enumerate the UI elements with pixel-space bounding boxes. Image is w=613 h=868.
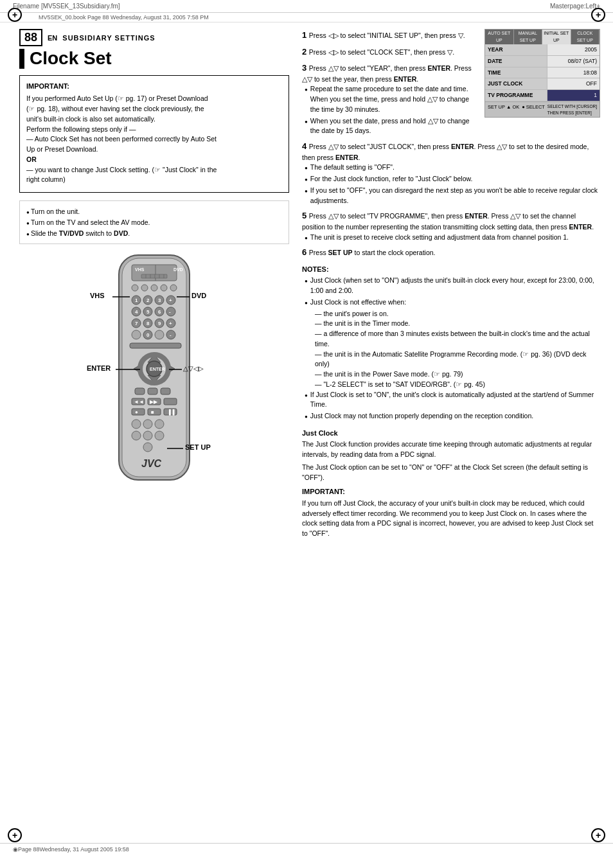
svg-text:●: ● [135, 409, 138, 415]
step-4: 4 Press △▽ to select "JUST CLOCK", then … [302, 140, 600, 206]
step-5-bullet-1: ● The unit is preset to receive clock se… [302, 233, 600, 243]
menu-row-tv-prog: TV PROGRAMME 1 [485, 90, 600, 102]
svg-point-75 [143, 443, 152, 452]
prereq-item-3: Slide the TV/DVD switch to DVD. [26, 228, 282, 239]
step-4-bullet-3: ● If you set to "OFF", you can disregard… [302, 186, 600, 206]
svg-text:SET UP: SET UP [185, 443, 211, 451]
svg-text:9: 9 [158, 321, 161, 326]
menu-row-just-clock: JUST CLOCK OFF [485, 78, 600, 90]
svg-point-41 [132, 330, 141, 339]
svg-text:ENTER: ENTER [150, 367, 165, 371]
remote-area: VHS DVD [19, 252, 289, 496]
page-heading: 88 EN SUBSIDIARY SETTINGS [19, 29, 289, 46]
prereq-item-1: Turn on the unit. [26, 206, 282, 217]
svg-rect-65 [148, 409, 161, 415]
step-1-text: Press ◁▷ to select "INITIAL SET UP", the… [309, 31, 465, 39]
note-2: ● Just Clock is not effective when: [302, 297, 600, 308]
menu-footer-setup: SET UP ▲ OK [488, 103, 519, 116]
step-4-bullet-2: ● For the Just clock function, refer to … [302, 174, 600, 184]
prereq-list: Turn on the unit. Turn on the TV and sel… [19, 200, 289, 244]
notes-title: NOTES: [302, 264, 600, 275]
svg-point-13 [141, 285, 148, 291]
prereq-item-2: Turn on the TV and select the AV mode. [26, 217, 282, 228]
step-6-num: 6 [302, 247, 309, 257]
step-5-text: Press △▽ to select "TV PROGRAMME", then … [302, 212, 594, 231]
lang-label: EN [48, 34, 57, 42]
page-title: Clock Set [19, 49, 289, 69]
svg-text:+: + [169, 321, 172, 326]
menu-tabs: AUTO SET UP MANUAL SET UP INITIAL SET UP… [485, 30, 600, 44]
svg-text:ENTER: ENTER [87, 364, 111, 372]
svg-rect-47 [130, 343, 181, 348]
sub-header-line: MV5SEK_00.book Page 88 Wednesday, August… [0, 13, 613, 22]
reg-mark-tl [8, 8, 22, 22]
step-5: 5 Press △▽ to select "TV PROGRAMME", the… [302, 209, 600, 242]
just-clock-body-1: The Just Clock function provides accurat… [302, 439, 600, 460]
menu-row-time: TIME 18:08 [485, 67, 600, 79]
svg-point-44 [155, 330, 164, 339]
menu-table: AUTO SET UP MANUAL SET UP INITIAL SET UP… [484, 29, 600, 118]
svg-point-15 [161, 285, 167, 291]
svg-text:4: 4 [135, 309, 138, 315]
menu-row-year: YEAR 2005 [485, 44, 600, 56]
section-title: SUBSIDIARY SETTINGS [62, 34, 155, 42]
step-1-num: 1 [302, 30, 309, 40]
svg-text:2: 2 [147, 297, 150, 303]
svg-point-72 [132, 431, 141, 440]
svg-point-70 [143, 420, 152, 429]
masterpage-label: Masterpage:Left+ [550, 3, 600, 10]
svg-point-16 [170, 285, 177, 291]
important2-title: IMPORTANT: [302, 486, 600, 497]
tab-clock-set-up: CLOCK SET UP [571, 30, 600, 44]
menu-footer: SET UP ▲ OK ● SELECT SELECT WITH [CURSOR… [485, 102, 600, 118]
menu-row-date: DATE 08/07 (SAT) [485, 56, 600, 67]
menu-footer-select: ● SELECT [522, 103, 545, 116]
svg-text:DVD: DVD [191, 292, 206, 299]
svg-text:6: 6 [158, 309, 161, 315]
svg-rect-63 [132, 409, 145, 415]
note-2a: — the unit's power is on. [315, 309, 600, 319]
svg-text:-: - [169, 309, 171, 315]
svg-point-69 [132, 420, 141, 429]
step-4-num: 4 [302, 141, 309, 151]
tab-auto-set-up: AUTO SET UP [485, 30, 514, 44]
tab-manual-set-up: MANUAL SET UP [514, 30, 543, 44]
bookref-label: MV5SEK_00.book Page 88 Wednesday, August… [39, 14, 209, 21]
svg-text:VHS: VHS [90, 292, 105, 299]
step-6: 6 Press SET UP to start the clock operat… [302, 246, 600, 259]
svg-text:-: - [170, 332, 172, 338]
svg-point-31 [166, 307, 175, 316]
note-2-subitems: — the unit's power is on. — the unit is … [302, 309, 600, 390]
svg-point-14 [151, 285, 157, 291]
svg-rect-55 [135, 388, 145, 394]
svg-rect-62 [164, 398, 177, 405]
just-clock-title: Just Clock [302, 428, 600, 439]
left-column: 88 EN SUBSIDIARY SETTINGS Clock Set IMPO… [19, 29, 289, 539]
svg-text:+: + [169, 297, 172, 303]
reg-mark-bl [8, 828, 22, 842]
menu-footer-instruction: SELECT WITH [CURSOR]THEN PRESS [ENTER] [547, 103, 597, 116]
step-3-bullet-1: ● Repeat the same procedure to set the d… [302, 84, 477, 114]
svg-text:DVD: DVD [173, 267, 183, 272]
svg-text:3: 3 [158, 297, 161, 303]
svg-point-73 [143, 431, 152, 440]
step-2-text: Press ◁▷ to select "CLOCK SET", then pre… [309, 48, 454, 56]
svg-text:1: 1 [135, 297, 138, 303]
page-number: 88 [19, 29, 42, 46]
menu-body: YEAR 2005 DATE 08/07 (SAT) TIME 18:08 JU… [485, 44, 600, 102]
page-footer: ◉Page 88Wednesday, 31 August 2005 19:58 [0, 843, 613, 855]
reg-mark-tr [591, 8, 605, 22]
svg-text:VHS: VHS [135, 267, 145, 272]
svg-point-71 [155, 420, 164, 429]
reg-mark-br [591, 828, 605, 842]
important-box: IMPORTANT: If you performed Auto Set Up … [19, 75, 289, 193]
step-3-bullet-2: ● When you set the date, press and hold … [302, 116, 477, 137]
top-bar: Filename [MV5SEK_13Subsidiary.fm] Master… [0, 0, 613, 13]
page-wrapper: Filename [MV5SEK_13Subsidiary.fm] Master… [0, 0, 613, 868]
svg-rect-6 [141, 274, 167, 278]
imp-line-1: If you performed Auto Set Up (☞ pg. 17) … [26, 94, 282, 185]
svg-text:▶▶: ▶▶ [150, 399, 158, 405]
right-column: AUTO SET UP MANUAL SET UP INITIAL SET UP… [302, 29, 600, 539]
svg-rect-56 [148, 388, 157, 394]
note-2b: — the unit is in the Timer mode. [315, 319, 600, 329]
